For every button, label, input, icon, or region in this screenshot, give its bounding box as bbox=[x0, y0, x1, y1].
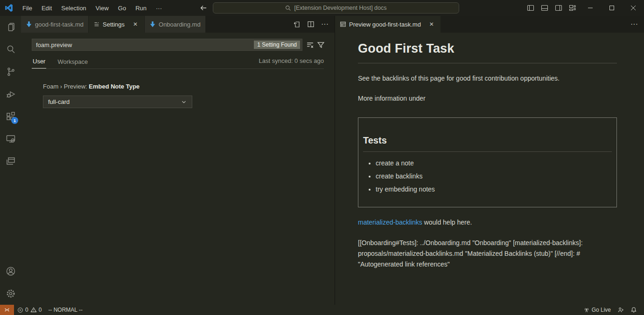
menu-more[interactable]: ··· bbox=[152, 3, 166, 14]
list-item: create a note bbox=[376, 158, 612, 168]
bell-icon bbox=[630, 307, 637, 313]
vscode-window: File Edit Selection View Go Run ··· [Ext… bbox=[0, 0, 644, 315]
open-settings-json-icon[interactable] bbox=[291, 18, 303, 30]
tab-bar-right: Preview good-first-task.md ✕ ··· bbox=[335, 16, 644, 33]
embedded-note-card: Tests create a note create backlinks try… bbox=[358, 117, 617, 207]
status-bar: 0 0 -- NORMAL -- Go Live bbox=[0, 305, 644, 315]
last-synced-label: Last synced: 0 secs ago bbox=[259, 57, 324, 68]
toggle-primary-sidebar-icon[interactable] bbox=[524, 0, 538, 16]
remote-explorer-icon[interactable] bbox=[0, 128, 21, 150]
tab-label: Preview good-first-task.md bbox=[349, 21, 421, 28]
tab-onboarding[interactable]: Onboarding.md bbox=[145, 16, 206, 33]
notifications-button[interactable] bbox=[627, 305, 640, 315]
source-control-icon[interactable] bbox=[0, 61, 21, 83]
tab-label: Onboarding.md bbox=[159, 21, 201, 28]
customize-layout-icon[interactable] bbox=[566, 0, 580, 16]
preview-paragraph: materialized-backlinks would help here. bbox=[358, 218, 617, 227]
minimize-button[interactable] bbox=[580, 0, 601, 16]
search-icon bbox=[285, 5, 291, 11]
menu-file[interactable]: File bbox=[18, 3, 36, 14]
editor-group-left: good-first-task.md Settings ✕ Onboarding… bbox=[21, 16, 335, 305]
remote-icon bbox=[4, 307, 10, 313]
menu-go[interactable]: Go bbox=[114, 3, 130, 14]
settings-gear-icon[interactable] bbox=[0, 282, 21, 305]
filter-settings-icon[interactable] bbox=[317, 41, 325, 49]
tab-preview-good-first-task[interactable]: Preview good-first-task.md ✕ bbox=[335, 16, 441, 33]
remote-indicator[interactable] bbox=[0, 305, 14, 315]
clear-settings-filter-icon[interactable] bbox=[306, 41, 314, 49]
broadcast-icon bbox=[583, 307, 590, 313]
settings-editor: 1 Setting Found bbox=[21, 33, 335, 305]
errors-count: 0 bbox=[25, 307, 28, 313]
search-icon[interactable] bbox=[0, 38, 21, 61]
extensions-icon[interactable]: 1 bbox=[0, 105, 21, 128]
go-back-icon[interactable] bbox=[200, 4, 207, 12]
run-debug-icon[interactable] bbox=[0, 83, 21, 105]
tab-settings[interactable]: Settings ✕ bbox=[89, 16, 145, 33]
menu-bar: File Edit Selection View Go Run ··· bbox=[18, 3, 166, 14]
embedded-note-list: create a note create backlinks try embed… bbox=[363, 158, 612, 194]
vscode-logo-icon bbox=[4, 3, 14, 13]
settings-search-box: 1 Setting Found bbox=[32, 39, 302, 51]
settings-search-input[interactable] bbox=[36, 41, 254, 48]
setting-title: Foam › Preview: Embed Note Type bbox=[43, 83, 335, 90]
materialized-backlinks-link[interactable]: materialized-backlinks bbox=[358, 219, 422, 226]
command-center-label: [Extension Development Host] docs bbox=[294, 5, 386, 11]
toggle-panel-icon[interactable] bbox=[538, 0, 552, 16]
tab-label: good-first-task.md bbox=[35, 21, 84, 28]
extensions-badge: 1 bbox=[11, 117, 18, 124]
editor-group-right: Preview good-first-task.md ✕ ··· Good Fi… bbox=[335, 16, 644, 305]
preview-title: Good First Task bbox=[358, 39, 617, 63]
preview-paragraph: See the backlinks of this page for good … bbox=[358, 74, 617, 83]
preview-paragraph: More information under bbox=[358, 94, 617, 103]
warnings-icon bbox=[30, 307, 37, 313]
live-share-icon bbox=[617, 307, 624, 313]
list-item: create backlinks bbox=[376, 171, 612, 181]
menu-edit[interactable]: Edit bbox=[37, 3, 56, 14]
embedded-note-title: Tests bbox=[363, 133, 612, 152]
windows-icon[interactable] bbox=[0, 150, 21, 172]
tab-bar-left: good-first-task.md Settings ✕ Onboarding… bbox=[21, 16, 335, 33]
close-tab-icon[interactable]: ✕ bbox=[131, 20, 140, 28]
accounts-icon[interactable] bbox=[0, 260, 21, 282]
vim-mode-indicator[interactable]: -- NORMAL -- bbox=[45, 305, 86, 315]
problems-indicator[interactable]: 0 0 bbox=[14, 305, 45, 315]
list-item: try embedding notes bbox=[376, 185, 612, 194]
split-editor-icon[interactable] bbox=[305, 18, 317, 30]
tab-label: Settings bbox=[103, 21, 125, 28]
select-value: full-card bbox=[48, 98, 70, 105]
markdown-preview: Good First Task See the backlinks of thi… bbox=[335, 33, 644, 305]
scope-tab-user[interactable]: User bbox=[32, 56, 46, 68]
menu-run[interactable]: Run bbox=[131, 3, 151, 14]
link-references-paragraph: [[Onboarding#Tests]: ../Onboarding.md "O… bbox=[358, 238, 617, 270]
settings-editor-icon bbox=[93, 21, 100, 27]
menu-selection[interactable]: Selection bbox=[57, 3, 90, 14]
settings-scope-tabs: User Workspace Last synced: 0 secs ago bbox=[32, 56, 324, 69]
go-live-button[interactable]: Go Live bbox=[580, 305, 614, 315]
close-tab-icon[interactable]: ✕ bbox=[427, 20, 436, 28]
title-bar: File Edit Selection View Go Run ··· [Ext… bbox=[0, 0, 644, 16]
chevron-down-icon bbox=[181, 99, 187, 105]
command-center-search[interactable]: [Extension Development Host] docs bbox=[213, 2, 459, 14]
markdown-file-icon bbox=[149, 21, 156, 27]
scope-tab-workspace[interactable]: Workspace bbox=[56, 56, 89, 68]
markdown-file-icon bbox=[26, 21, 32, 27]
explorer-icon[interactable] bbox=[0, 16, 21, 38]
menu-view[interactable]: View bbox=[91, 3, 113, 14]
warnings-count: 0 bbox=[39, 307, 42, 313]
close-window-button[interactable] bbox=[623, 0, 644, 16]
embed-note-type-select[interactable]: full-card bbox=[43, 96, 192, 108]
toggle-secondary-sidebar-icon[interactable] bbox=[552, 0, 566, 16]
settings-found-badge: 1 Setting Found bbox=[254, 41, 300, 49]
more-actions-icon[interactable]: ··· bbox=[319, 18, 331, 30]
activity-bar: 1 bbox=[0, 16, 21, 305]
markdown-preview-icon bbox=[340, 21, 346, 27]
maximize-button[interactable] bbox=[601, 0, 623, 16]
live-share-button[interactable] bbox=[614, 305, 627, 315]
tab-good-first-task[interactable]: good-first-task.md bbox=[21, 16, 89, 33]
more-actions-icon[interactable]: ··· bbox=[628, 18, 640, 30]
errors-icon bbox=[17, 307, 23, 313]
setting-embed-note-type: Foam › Preview: Embed Note Type full-car… bbox=[32, 83, 335, 108]
